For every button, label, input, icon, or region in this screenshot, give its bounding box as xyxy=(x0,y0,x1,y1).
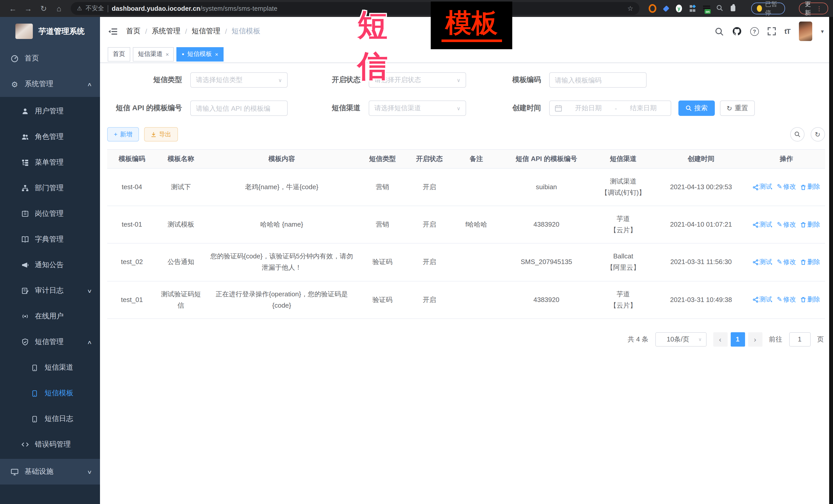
test-link[interactable]: 测试 xyxy=(753,257,772,268)
extension-grid-icon[interactable] xyxy=(690,5,695,12)
app-logo-row[interactable]: 芋道管理系统 xyxy=(0,17,100,46)
bookmark-star-icon[interactable]: ☆ xyxy=(627,5,633,12)
page-size-select[interactable]: 10条/页 ∨ xyxy=(655,332,706,346)
sidebar-item-sms-template[interactable]: 短信模板 xyxy=(0,380,100,406)
pager: ‹ 1 › xyxy=(713,332,762,346)
test-link[interactable]: 测试 xyxy=(753,219,772,230)
extensions-puzzle-icon[interactable] xyxy=(731,6,735,11)
cell-name: 测试验证码短信 xyxy=(157,281,205,318)
sidebar-item-sms-channel[interactable]: 短信渠道 xyxy=(0,355,100,380)
sms-type-select[interactable]: 请选择短信类型 ∨ xyxy=(190,72,288,88)
sidebar-item-sms[interactable]: 短信管理 ∧ xyxy=(0,329,100,355)
sidebar-item-error-codes[interactable]: 错误码管理 xyxy=(0,432,100,457)
tab-sms-channel[interactable]: 短信渠道 × xyxy=(133,47,174,61)
extension-adblock-icon[interactable]: on xyxy=(703,5,709,11)
browser-forward-icon[interactable]: → xyxy=(21,4,36,13)
prev-page-button[interactable]: ‹ xyxy=(713,332,728,346)
browser-back-icon[interactable]: ← xyxy=(5,4,21,13)
cell-status: 开启 xyxy=(407,206,452,243)
template-code-input[interactable] xyxy=(549,72,647,88)
cell-name: 测试下 xyxy=(157,168,205,206)
app-title: 芋道管理系统 xyxy=(39,26,85,36)
edit-link[interactable]: ✎修改 xyxy=(777,219,796,230)
sidebar-item-infrastructure[interactable]: 基础设施 ∨ xyxy=(0,459,100,484)
sidebar-item-users[interactable]: 用户管理 xyxy=(0,98,100,124)
extension-gem-icon[interactable] xyxy=(663,5,669,12)
sidebar-collapse-icon[interactable] xyxy=(108,27,117,35)
edit-link[interactable]: ✎修改 xyxy=(777,257,796,268)
sidebar-item-online-users[interactable]: 在线用户 xyxy=(0,304,100,329)
fullscreen-icon[interactable] xyxy=(768,27,776,35)
breadcrumb-sms[interactable]: 短信管理 xyxy=(192,27,220,36)
tab-home[interactable]: 首页 xyxy=(108,47,130,61)
pagination: 共 4 条 10条/页 ∨ ‹ 1 › 前往 页 xyxy=(107,332,825,346)
add-button[interactable]: + 新增 xyxy=(107,127,139,142)
browser-update-button[interactable]: 更新 ⋮ xyxy=(799,3,828,14)
browser-reload-icon[interactable]: ↻ xyxy=(36,4,51,13)
edit-link[interactable]: ✎修改 xyxy=(777,182,796,193)
font-size-icon[interactable]: tT xyxy=(785,27,790,35)
close-icon[interactable]: × xyxy=(166,51,169,57)
extension-magnifier-icon[interactable] xyxy=(716,4,723,13)
profile-paused-badge[interactable]: 已暂停 xyxy=(751,3,785,14)
sidebar-item-audit-logs[interactable]: 审计日志 ∨ xyxy=(0,278,100,304)
chevron-down-icon: ∨ xyxy=(278,77,282,83)
toggle-search-button[interactable] xyxy=(790,127,804,142)
test-link[interactable]: 测试 xyxy=(753,182,772,193)
sidebar-item-roles[interactable]: 角色管理 xyxy=(0,124,100,150)
sms-channel-placeholder: 请选择短信渠道 xyxy=(374,103,457,113)
sidebar-item-menus[interactable]: 菜单管理 xyxy=(0,150,100,175)
export-button[interactable]: 导出 xyxy=(144,127,178,142)
sidebar-item-notices[interactable]: 通知公告 xyxy=(0,252,100,278)
breadcrumb-home[interactable]: 首页 xyxy=(126,27,141,36)
address-bar[interactable]: ⚠ 不安全 dashboard.yudao.iocoder.cn/system/… xyxy=(71,2,639,15)
refresh-button[interactable]: ↻ xyxy=(810,127,825,142)
cell-created: 2021-04-10 01:07:21 xyxy=(654,206,748,243)
delete-link[interactable]: 删除 xyxy=(801,182,820,193)
security-warning-label[interactable]: 不安全 xyxy=(86,4,104,13)
cell-remark xyxy=(452,281,500,318)
cell-created: 2021-03-31 11:56:30 xyxy=(654,243,748,281)
tab-sms-template[interactable]: ● 短信模板 × xyxy=(177,47,223,61)
edit-icon: ✎ xyxy=(777,257,782,268)
browser-menu-dots-icon[interactable]: ⋮ xyxy=(816,5,822,12)
goto-page-input[interactable] xyxy=(789,332,810,346)
sidebar-item-label: 岗位管理 xyxy=(35,209,64,218)
next-page-button[interactable]: › xyxy=(748,332,762,346)
cell-content: 正在进行登录操作{operation}，您的验证码是{code} xyxy=(205,281,358,318)
page-1-button[interactable]: 1 xyxy=(731,332,745,346)
delete-link[interactable]: 删除 xyxy=(801,257,820,268)
sms-channel-select[interactable]: 请选择短信渠道 ∨ xyxy=(369,100,466,116)
chevron-up-icon: ∧ xyxy=(87,339,92,345)
extension-ring-icon[interactable] xyxy=(649,4,656,13)
url-domain: dashboard.yudao.iocoder.cn xyxy=(112,5,200,12)
sidebar-item-depts[interactable]: 部门管理 xyxy=(0,175,100,201)
sidebar-item-system[interactable]: ⚙ 系统管理 ∧ xyxy=(0,71,100,97)
edit-link[interactable]: ✎修改 xyxy=(777,294,796,305)
sidebar-item-sms-log[interactable]: 短信日志 xyxy=(0,406,100,432)
caret-down-icon[interactable]: ▾ xyxy=(821,28,824,34)
delete-link[interactable]: 删除 xyxy=(801,294,820,305)
test-link[interactable]: 测试 xyxy=(753,294,772,305)
breadcrumb-system[interactable]: 系统管理 xyxy=(152,27,181,36)
github-icon[interactable] xyxy=(732,27,741,36)
api-template-input[interactable] xyxy=(190,100,288,116)
sidebar-item-dicts[interactable]: 字典管理 xyxy=(0,226,100,252)
sidebar-item-home[interactable]: 首页 xyxy=(0,46,100,71)
sidebar-item-posts[interactable]: 岗位管理 xyxy=(0,201,100,226)
reset-button[interactable]: ↻ 重置 xyxy=(720,100,755,116)
search-button-label: 搜索 xyxy=(694,103,708,113)
help-icon[interactable]: ? xyxy=(750,27,759,35)
mobile-icon xyxy=(30,390,39,397)
date-range-picker[interactable]: 开始日期 - 结束日期 xyxy=(549,100,671,116)
status-select[interactable]: 请选择开启状态 ∨ xyxy=(369,72,466,88)
close-icon[interactable]: × xyxy=(215,51,218,57)
extension-y-icon[interactable]: y xyxy=(676,5,682,12)
user-avatar[interactable] xyxy=(799,22,812,41)
delete-link[interactable]: 删除 xyxy=(801,219,820,230)
browser-home-icon[interactable]: ⌂ xyxy=(51,4,67,13)
search-icon[interactable] xyxy=(715,27,723,35)
search-button[interactable]: 搜索 xyxy=(679,100,715,116)
shield-icon xyxy=(21,338,29,345)
table-row: test_01 测试验证码短信 正在进行登录操作{operation}，您的验证… xyxy=(107,281,825,318)
